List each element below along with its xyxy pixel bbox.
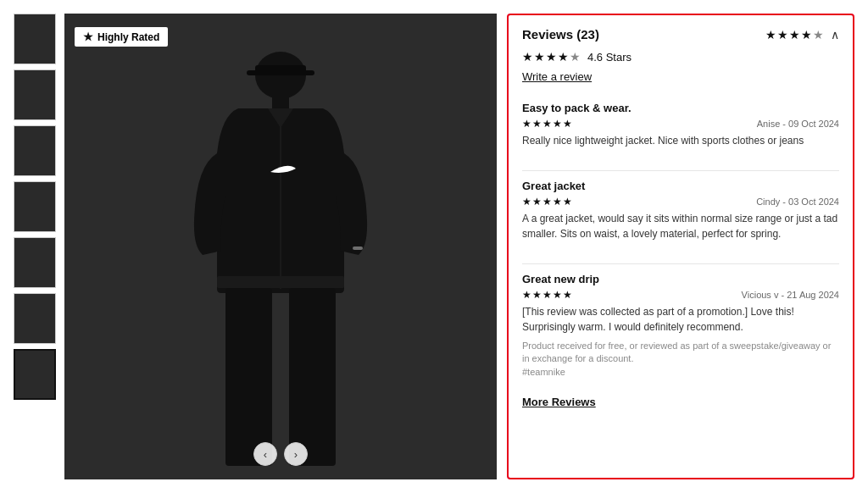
badge-star-icon: ★	[83, 30, 93, 43]
review-list: Easy to pack & wear. ★★★★★ Anise - 09 Oc…	[522, 95, 839, 385]
review-star: ★	[542, 118, 552, 130]
page-container: ★ Highly Rated	[0, 0, 868, 493]
star-5: ★	[813, 28, 824, 42]
review-star: ★	[532, 118, 542, 130]
review-star: ★	[563, 196, 572, 208]
reviews-header: Reviews (23) ★ ★ ★ ★ ★ ∧	[522, 27, 839, 42]
reviews-title: Reviews (23)	[522, 27, 599, 42]
nav-arrows: ‹ ›	[253, 442, 308, 466]
review-stars: ★★★★★	[522, 196, 572, 208]
review-star: ★	[563, 289, 572, 301]
review-star: ★	[563, 118, 572, 130]
rating-summary: ★ ★ ★ ★ ★ 4.6 Stars	[522, 50, 839, 64]
star-4: ★	[801, 28, 812, 42]
review-star: ★	[522, 289, 531, 301]
thumbnail-3[interactable]	[14, 125, 56, 176]
review-body: [This review was collected as part of a …	[522, 305, 839, 335]
prev-arrow[interactable]: ‹	[253, 442, 277, 466]
review-disclaimer: Product received for free, or reviewed a…	[522, 340, 839, 379]
svg-rect-6	[353, 246, 363, 250]
review-meta: ★★★★★ Vicious v - 21 Aug 2024	[522, 289, 839, 301]
star-1: ★	[765, 28, 776, 42]
review-star: ★	[553, 196, 562, 208]
review-author-date: Anise - 09 Oct 2024	[757, 119, 839, 129]
star-2: ★	[777, 28, 788, 42]
review-star: ★	[522, 196, 531, 208]
review-star: ★	[532, 196, 542, 208]
more-reviews-link[interactable]: More Reviews	[522, 396, 839, 408]
thumbnail-6[interactable]	[14, 293, 56, 344]
thumbnail-4[interactable]	[14, 181, 56, 232]
thumbnails	[14, 14, 58, 479]
svg-rect-7	[217, 276, 344, 288]
rs-3: ★	[546, 50, 557, 64]
rs-1: ★	[522, 50, 533, 64]
review-star: ★	[542, 289, 552, 301]
badge-label: Highly Rated	[97, 31, 159, 43]
rs-2: ★	[534, 50, 545, 64]
svg-rect-9	[289, 288, 336, 466]
highly-rated-badge: ★ Highly Rated	[75, 27, 168, 47]
rs-5: ★	[570, 50, 581, 64]
write-review-link[interactable]: Write a review	[522, 70, 839, 83]
thumbnail-2[interactable]	[14, 69, 56, 120]
review-item-1: Easy to pack & wear. ★★★★★ Anise - 09 Oc…	[522, 95, 839, 155]
review-meta: ★★★★★ Anise - 09 Oct 2024	[522, 118, 839, 130]
review-item-2: Great jacket ★★★★★ Cindy - 03 Oct 2024 A…	[522, 155, 839, 248]
review-item-3: Great new drip ★★★★★ Vicious v - 21 Aug …	[522, 248, 839, 385]
review-body: Really nice lightweight jacket. Nice wit…	[522, 134, 839, 148]
collapse-icon[interactable]: ∧	[831, 28, 839, 42]
reviews-header-right: ★ ★ ★ ★ ★ ∧	[765, 28, 839, 42]
svg-rect-3	[247, 70, 314, 75]
review-star: ★	[532, 289, 542, 301]
review-author-date: Vicious v - 21 Aug 2024	[742, 290, 839, 300]
main-image: ★ Highly Rated	[64, 14, 497, 479]
review-star: ★	[542, 196, 552, 208]
review-meta: ★★★★★ Cindy - 03 Oct 2024	[522, 196, 839, 208]
review-body: A a great jacket, would say it sits with…	[522, 212, 839, 241]
review-stars: ★★★★★	[522, 289, 572, 301]
review-star: ★	[553, 118, 562, 130]
review-author-date: Cindy - 03 Oct 2024	[756, 197, 839, 207]
review-star: ★	[522, 118, 531, 130]
review-star: ★	[553, 289, 562, 301]
svg-rect-8	[225, 288, 272, 466]
product-figure	[64, 14, 497, 479]
thumbnail-5[interactable]	[14, 237, 56, 288]
thumbnail-7[interactable]	[14, 349, 56, 400]
review-title: Great jacket	[522, 180, 839, 192]
rating-value: 4.6 Stars	[587, 51, 632, 64]
review-stars: ★★★★★	[522, 118, 572, 130]
rating-stars: ★ ★ ★ ★ ★	[522, 50, 581, 64]
product-image-svg	[170, 18, 391, 475]
reviews-section: Reviews (23) ★ ★ ★ ★ ★ ∧ ★ ★ ★ ★ ★	[507, 14, 854, 479]
next-arrow[interactable]: ›	[284, 442, 308, 466]
review-title: Easy to pack & wear.	[522, 102, 839, 114]
overall-stars: ★ ★ ★ ★ ★	[765, 28, 824, 42]
star-3: ★	[789, 28, 800, 42]
svg-rect-4	[272, 96, 289, 108]
thumbnail-1[interactable]	[14, 14, 56, 64]
rs-4: ★	[558, 50, 569, 64]
review-title: Great new drip	[522, 273, 839, 285]
product-section: ★ Highly Rated	[14, 14, 497, 479]
